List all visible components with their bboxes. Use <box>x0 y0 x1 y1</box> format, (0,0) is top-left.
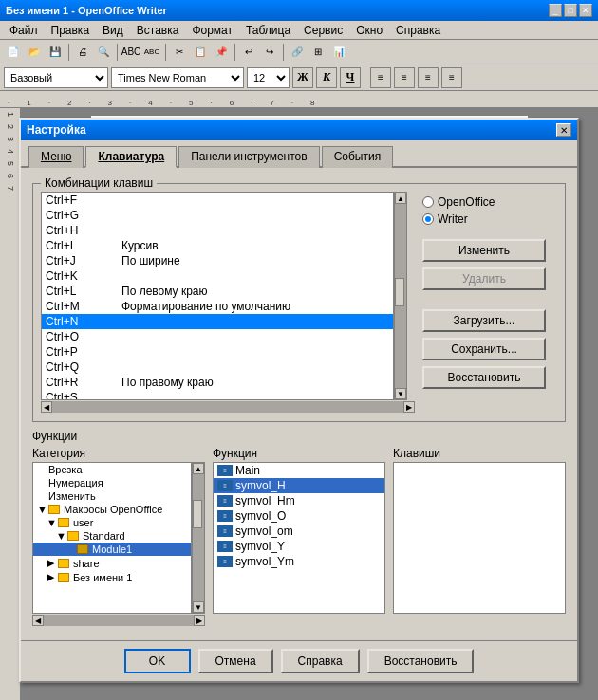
category-user[interactable]: ▼ user <box>33 516 191 529</box>
cat-hscroll-left[interactable]: ◀ <box>32 615 44 626</box>
category-standard[interactable]: ▼ Standard <box>33 529 191 543</box>
cat-scroll-thumb[interactable] <box>193 500 202 528</box>
help-button[interactable]: Справка <box>281 649 360 673</box>
open-button[interactable]: 📂 <box>25 43 44 62</box>
cat-hscroll-right[interactable]: ▶ <box>194 615 205 626</box>
restore-shortcuts-button[interactable]: Восстановить <box>422 366 546 389</box>
font-select[interactable]: Times New Roman <box>111 67 244 88</box>
undo-button[interactable]: ↩ <box>239 43 258 62</box>
underline-button[interactable]: Ч <box>340 67 361 88</box>
category-change[interactable]: Изменить <box>33 489 191 503</box>
change-button[interactable]: Изменить <box>422 239 546 262</box>
shortcut-item-ctrli[interactable]: Ctrl+IКурсив <box>42 238 393 253</box>
menu-window[interactable]: Окно <box>350 23 388 38</box>
shortcut-item-ctrll[interactable]: Ctrl+LПо левому краю <box>42 284 393 299</box>
shortcut-item-ctrlp[interactable]: Ctrl+P <box>42 344 393 359</box>
tab-keyboard[interactable]: Клавиатура <box>85 146 177 168</box>
shortcuts-scrollbar[interactable]: ▲ ▼ <box>394 192 407 400</box>
shortcut-item-ctrlh[interactable]: Ctrl+H <box>42 223 393 238</box>
func-main[interactable]: ≡ Main <box>214 463 384 478</box>
tab-events[interactable]: События <box>322 146 394 168</box>
align-left-button[interactable]: ≡ <box>370 67 391 88</box>
category-scrollbar[interactable]: ▲ ▼ <box>192 462 205 614</box>
menu-view[interactable]: Вид <box>97 23 129 38</box>
shortcut-item-ctrlo[interactable]: Ctrl+O <box>42 329 393 344</box>
save-button[interactable]: 💾 <box>46 43 65 62</box>
align-right-button[interactable]: ≡ <box>418 67 439 88</box>
scroll-up-arrow[interactable]: ▲ <box>395 193 406 204</box>
cut-button[interactable]: ✂ <box>170 43 189 62</box>
shortcut-item-ctrlr[interactable]: Ctrl+RПо правому краю <box>42 375 393 390</box>
tab-toolbars[interactable]: Панели инструментов <box>178 146 319 168</box>
shortcut-item-ctrls[interactable]: Ctrl+S <box>42 390 393 400</box>
scroll-track[interactable] <box>395 204 406 388</box>
category-module1[interactable]: Module1 <box>33 543 191 556</box>
category-list[interactable]: Врезка Нумерация Изменить <box>32 462 192 614</box>
redo-button[interactable]: ↪ <box>260 43 279 62</box>
chart-button[interactable]: 📊 <box>329 43 348 62</box>
shortcut-item-ctrlk[interactable]: Ctrl+K <box>42 268 393 284</box>
function-list[interactable]: ≡ Main ≡ symvol_H <box>213 462 385 614</box>
shortcuts-hscrollbar[interactable]: ◀ ▶ <box>41 400 415 414</box>
category-vrezka[interactable]: Врезка <box>33 463 191 476</box>
category-share[interactable]: ▶ share <box>33 556 191 570</box>
align-center-button[interactable]: ≡ <box>394 67 415 88</box>
preview-button[interactable]: 🔍 <box>94 43 113 62</box>
print-button[interactable]: 🖨 <box>73 43 92 62</box>
ok-button[interactable]: OK <box>124 649 191 673</box>
scroll-down-arrow[interactable]: ▼ <box>395 388 406 399</box>
func-symvol-y[interactable]: ≡ symvol_Y <box>214 539 384 554</box>
menu-edit[interactable]: Правка <box>46 23 96 38</box>
shortcut-item-ctrlq[interactable]: Ctrl+Q <box>42 359 393 375</box>
menu-insert[interactable]: Вставка <box>131 23 185 38</box>
shortcut-item-ctrlm[interactable]: Ctrl+MФорматирование по умолчанию <box>42 299 393 314</box>
bold-button[interactable]: Ж <box>292 67 313 88</box>
category-macros[interactable]: ▼ Макросы OpenOffice <box>33 503 191 516</box>
menu-table[interactable]: Таблица <box>240 23 296 38</box>
dialog-close-button[interactable]: ✕ <box>556 123 571 137</box>
menu-format[interactable]: Формат <box>186 23 238 38</box>
scroll-thumb[interactable] <box>395 278 404 306</box>
cat-hscroll[interactable]: ◀ ▶ <box>32 614 205 627</box>
tab-menu[interactable]: Меню <box>28 146 84 168</box>
maximize-button[interactable]: □ <box>564 4 577 17</box>
menu-tools[interactable]: Сервис <box>298 23 348 38</box>
menu-help[interactable]: Справка <box>390 23 446 38</box>
align-justify-button[interactable]: ≡ <box>441 67 462 88</box>
restore-button[interactable]: Восстановить <box>367 649 475 673</box>
save-btn[interactable]: Сохранить... <box>422 338 546 360</box>
radio-writer-circle[interactable] <box>422 213 434 225</box>
func-symvol-ym[interactable]: ≡ symvol_Ym <box>214 554 384 569</box>
spell-button[interactable]: ABC <box>121 43 140 62</box>
func-symvol-h[interactable]: ≡ symvol_H <box>214 478 384 493</box>
cat-scroll-down[interactable]: ▼ <box>193 601 204 613</box>
func-symvol-hm[interactable]: ≡ symvol_Hm <box>214 493 384 508</box>
cat-hscroll-track[interactable] <box>44 615 194 626</box>
italic-button[interactable]: К <box>316 67 337 88</box>
hscroll-right-arrow[interactable]: ▶ <box>403 401 415 413</box>
hscroll-left-arrow[interactable]: ◀ <box>41 401 52 413</box>
shortcut-item-ctrln[interactable]: Ctrl+N <box>42 314 393 329</box>
func-symvol-o[interactable]: ≡ symvol_O <box>214 508 384 524</box>
radio-openoffice[interactable]: OpenOffice <box>422 195 557 209</box>
hscroll-track[interactable] <box>52 401 403 413</box>
radio-writer[interactable]: Writer <box>422 212 557 226</box>
style-select[interactable]: Базовый <box>4 67 108 88</box>
cancel-button[interactable]: Отмена <box>198 649 273 673</box>
menu-file[interactable]: Файл <box>4 23 44 38</box>
cat-scroll-up[interactable]: ▲ <box>193 463 204 474</box>
shortcuts-list[interactable]: Ctrl+F Ctrl+G Ctrl+H Ctrl+IКурсив <box>41 192 394 400</box>
paste-button[interactable]: 📌 <box>212 43 231 62</box>
hyperlink-button[interactable]: 🔗 <box>288 43 307 62</box>
copy-button[interactable]: 📋 <box>191 43 210 62</box>
minimize-button[interactable]: _ <box>549 4 562 17</box>
load-button[interactable]: Загрузить... <box>422 309 546 332</box>
shortcut-item-ctrlf[interactable]: Ctrl+F <box>42 193 393 208</box>
delete-button[interactable]: Удалить <box>422 267 546 290</box>
new-button[interactable]: 📄 <box>4 43 23 62</box>
autocorrect-button[interactable]: ABC <box>142 43 161 62</box>
radio-openoffice-circle[interactable] <box>422 196 434 208</box>
shortcut-item-ctrlj[interactable]: Ctrl+JПо ширине <box>42 253 393 268</box>
category-numeration[interactable]: Нумерация <box>33 476 191 489</box>
cat-scroll-track[interactable] <box>193 474 204 601</box>
